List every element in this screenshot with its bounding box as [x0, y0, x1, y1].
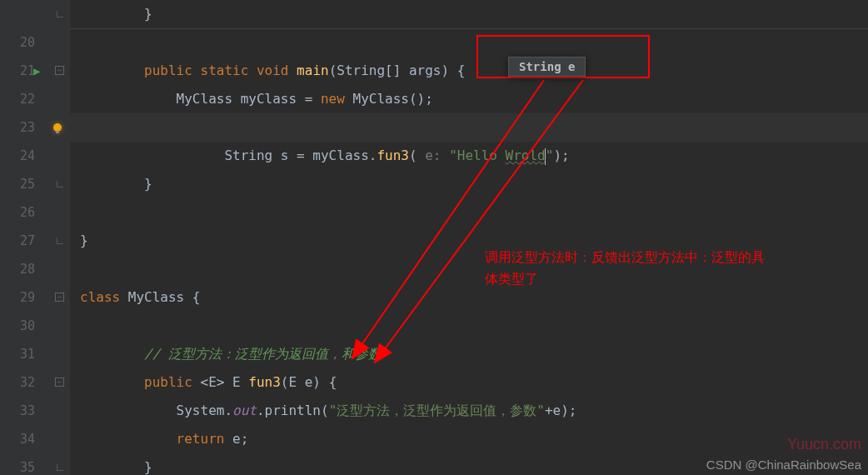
intention-bulb-icon[interactable]	[50, 118, 65, 133]
fold-end-icon[interactable]	[57, 238, 63, 244]
line-number: 25	[0, 170, 35, 198]
code-editor: 20 21▶ 22 23 24 25 26 27 28 29 30 31 32 …	[0, 0, 868, 475]
line-number: 35	[0, 453, 35, 475]
code-line-active[interactable]: String s = myClass.fun3( e: "Hello Wrold…	[70, 113, 868, 142]
line-number: 21▶	[0, 57, 35, 85]
line-number: 26	[0, 198, 35, 227]
line-number: 23	[0, 113, 35, 142]
code-line[interactable]	[70, 312, 868, 340]
fold-end-icon[interactable]	[57, 464, 63, 471]
run-gutter-icon[interactable]: ▶	[33, 57, 40, 85]
svg-point-0	[53, 123, 62, 132]
code-line[interactable]: // 泛型方法：泛型作为返回值，和参数	[70, 340, 868, 368]
fold-end-icon[interactable]	[57, 181, 63, 188]
code-line[interactable]: }	[70, 170, 868, 198]
annotation-text: 调用泛型方法时：反馈出泛型方法中：泛型的具 体类型了	[485, 247, 765, 289]
code-line[interactable]	[70, 28, 868, 57]
line-number: 28	[0, 255, 35, 283]
svg-rect-1	[56, 131, 59, 133]
code-line[interactable]: System.out.println("泛型方法，泛型作为返回值，参数"+e);	[70, 397, 868, 425]
line-number: 33	[0, 397, 35, 425]
line-number: 34	[0, 425, 35, 453]
line-number: 27	[0, 227, 35, 255]
code-line[interactable]: public <E> E fun3(E e) {	[70, 368, 868, 397]
line-number: 30	[0, 312, 35, 340]
fold-end-icon[interactable]	[57, 11, 63, 18]
fold-toggle-icon[interactable]: −	[55, 66, 64, 75]
code-line[interactable]: MyClass myClass = new MyClass();	[70, 85, 868, 113]
line-number-gutter: 20 21▶ 22 23 24 25 26 27 28 29 30 31 32 …	[0, 0, 50, 475]
code-line[interactable]	[70, 142, 868, 170]
code-line[interactable]	[70, 198, 868, 227]
line-number	[0, 0, 35, 28]
watermark: Yuucn.com	[787, 436, 861, 453]
code-area[interactable]: } public static void main(String[] args)…	[70, 0, 868, 475]
line-number: 31	[0, 340, 35, 368]
code-line[interactable]: return e;	[70, 425, 868, 453]
watermark: CSDN @ChinaRainbowSea	[706, 458, 861, 472]
fold-toggle-icon[interactable]: −	[55, 292, 64, 302]
code-line[interactable]: public static void main(String[] args) {	[70, 57, 868, 85]
fold-toggle-icon[interactable]: −	[55, 378, 64, 387]
fold-gutter: − − −	[50, 0, 70, 475]
line-number: 29	[0, 283, 35, 312]
line-number: 32	[0, 368, 35, 397]
line-number: 20	[0, 28, 35, 57]
line-number: 24	[0, 142, 35, 170]
line-number: 22	[0, 85, 35, 113]
code-line[interactable]: }	[70, 0, 868, 28]
parameter-info-tooltip: String e	[508, 57, 586, 77]
